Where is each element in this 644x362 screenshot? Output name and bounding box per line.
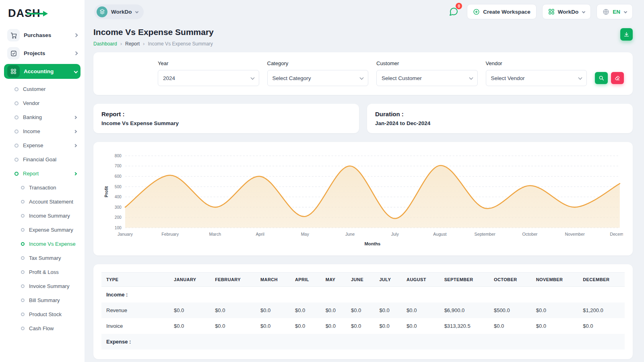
sidebar-item-label: Bill Summary bbox=[29, 297, 60, 303]
breadcrumb-report[interactable]: Report bbox=[125, 41, 140, 47]
filter-card: Year 2024 Category Select Category Custo… bbox=[93, 52, 633, 95]
cell-value: $6,900.0 bbox=[440, 302, 489, 318]
circle-bullet-icon bbox=[21, 327, 25, 330]
globe-icon bbox=[603, 8, 609, 15]
breadcrumb-separator: › bbox=[120, 41, 122, 47]
svg-text:400: 400 bbox=[115, 195, 122, 199]
reset-filter-button[interactable] bbox=[611, 72, 624, 84]
sidebar-item-projects[interactable]: Projects bbox=[4, 46, 80, 61]
year-select[interactable]: 2024 bbox=[158, 70, 259, 86]
col-header-june: JUNE bbox=[346, 273, 375, 287]
sidebar-item-income[interactable]: Income bbox=[4, 124, 80, 138]
circle-bullet-icon bbox=[14, 115, 19, 119]
chevron-down-icon bbox=[74, 70, 78, 74]
sidebar-item-label: Report bbox=[23, 171, 39, 177]
sidebar-item-income-summary[interactable]: Income Summary bbox=[4, 209, 80, 223]
svg-text:December: December bbox=[610, 232, 623, 237]
circle-bullet-icon bbox=[21, 298, 25, 302]
circle-bullet-icon bbox=[21, 284, 25, 288]
svg-text:March: March bbox=[209, 232, 221, 237]
sidebar-item-label: Transaction bbox=[29, 185, 56, 191]
sidebar-item-account-statement[interactable]: Account Statement bbox=[4, 195, 80, 209]
cell-value: $0.0 bbox=[321, 302, 346, 318]
customer-select[interactable]: Select Customer bbox=[376, 70, 478, 86]
sidebar-item-invoice-summary[interactable]: Invoice Summary bbox=[4, 279, 80, 293]
workspace-selector[interactable]: WorkDo bbox=[94, 4, 144, 19]
app-logo[interactable]: DASH bbox=[4, 5, 80, 28]
category-label: Category bbox=[267, 60, 369, 66]
sidebar-item-label: Income bbox=[23, 128, 40, 134]
breadcrumb-dashboard[interactable]: Dashboard bbox=[93, 41, 117, 47]
cell-value: $0.0 bbox=[256, 318, 290, 334]
sidebar-item-tax-summary[interactable]: Tax Summary bbox=[4, 251, 80, 265]
cell-value: $0.0 bbox=[402, 318, 440, 334]
cell-value: $0.0 bbox=[531, 318, 578, 334]
sidebar-item-banking[interactable]: Banking bbox=[4, 110, 80, 124]
messages-button[interactable]: 0 bbox=[446, 4, 461, 19]
sidebar-item-product-stock[interactable]: Product Stock bbox=[4, 307, 80, 321]
col-header-april: APRIL bbox=[290, 273, 321, 287]
breadcrumb-separator: › bbox=[143, 41, 144, 47]
duration-value: Jan-2024 to Dec-2024 bbox=[375, 120, 625, 126]
chevron-right-icon bbox=[74, 51, 78, 56]
cell-value: $0.0 bbox=[531, 302, 578, 318]
sidebar-item-financial-goal[interactable]: Financial Goal bbox=[4, 152, 80, 167]
income-expense-table: TYPEJANUARYFEBRUARYMARCHAPRILMAYJUNEJULY… bbox=[101, 272, 625, 350]
sidebar-item-accounting[interactable]: Accounting bbox=[4, 64, 80, 79]
report-label: Report : bbox=[101, 111, 351, 117]
sidebar-item-label: Financial Goal bbox=[23, 156, 56, 162]
sidebar-item-transaction[interactable]: Transaction bbox=[4, 181, 80, 195]
chevron-right-icon bbox=[74, 144, 77, 147]
sidebar-item-cash-flow[interactable]: Cash Flow bbox=[4, 321, 80, 335]
svg-text:February: February bbox=[161, 232, 179, 237]
page-title: Income Vs Expense Summary bbox=[93, 27, 214, 37]
circle-bullet-icon bbox=[14, 130, 19, 134]
cell-value: $0.0 bbox=[374, 302, 402, 318]
category-select[interactable]: Select Category bbox=[267, 70, 369, 86]
vendor-select[interactable]: Select Vendor bbox=[486, 70, 587, 86]
svg-text:October: October bbox=[522, 232, 537, 237]
circle-bullet-icon bbox=[14, 158, 19, 162]
sidebar-item-label: Tax Summary bbox=[29, 255, 61, 261]
circle-bullet-icon bbox=[14, 101, 19, 105]
chevron-down-icon bbox=[135, 10, 138, 13]
create-workspace-button[interactable]: Create Workspace bbox=[467, 4, 537, 19]
chevron-down-icon bbox=[582, 10, 585, 13]
circle-bullet-icon bbox=[21, 200, 25, 204]
chevron-right-icon bbox=[74, 33, 78, 37]
vendor-label: Vendor bbox=[486, 60, 587, 66]
circle-bullet-icon bbox=[14, 87, 19, 91]
table-row: Invoice$0.0$0.0$0.0$0.0$0.0$0.0$0.0$0.0$… bbox=[101, 318, 625, 334]
sidebar-item-expense[interactable]: Expense bbox=[4, 138, 80, 152]
circle-bullet-icon bbox=[21, 313, 25, 316]
svg-text:100: 100 bbox=[115, 226, 122, 230]
sidebar-item-income-vs-expense[interactable]: Income Vs Expense bbox=[4, 237, 80, 251]
duration-label: Duration : bbox=[375, 111, 625, 117]
download-button[interactable] bbox=[620, 28, 633, 41]
sidebar-item-vendor[interactable]: Vendor bbox=[4, 96, 80, 110]
sidebar-item-label: Product Stock bbox=[29, 311, 62, 317]
sidebar-item-expense-summary[interactable]: Expense Summary bbox=[4, 223, 80, 237]
col-header-december: DECEMBER bbox=[578, 273, 625, 287]
breadcrumb: Dashboard › Report › Income Vs Expense S… bbox=[93, 41, 214, 47]
sidebar-item-profit-loss[interactable]: Profit & Loss bbox=[4, 265, 80, 279]
apply-filter-button[interactable] bbox=[595, 72, 608, 84]
app-switcher-button[interactable]: WorkDo bbox=[542, 4, 591, 19]
sidebar-item-label: Expense Summary bbox=[29, 227, 73, 233]
sidebar-item-bill-summary[interactable]: Bill Summary bbox=[4, 293, 80, 307]
app-switcher-label: WorkDo bbox=[558, 9, 579, 15]
sidebar-item-report[interactable]: Report bbox=[4, 167, 80, 181]
circle-bullet-icon bbox=[14, 144, 19, 148]
logo-arrow-icon bbox=[27, 11, 48, 16]
sidebar-item-customer[interactable]: Customer bbox=[4, 82, 80, 96]
search-icon bbox=[599, 75, 604, 81]
svg-text:Profit: Profit bbox=[104, 186, 109, 197]
sidebar-item-purchases[interactable]: Purchases bbox=[4, 28, 80, 43]
create-workspace-label: Create Workspace bbox=[483, 9, 530, 15]
cell-value: $1,200.0 bbox=[578, 302, 625, 318]
svg-text:600: 600 bbox=[115, 174, 122, 179]
table-header-row: TYPEJANUARYFEBRUARYMARCHAPRILMAYJUNEJULY… bbox=[101, 273, 625, 287]
col-header-september: SEPTEMBER bbox=[440, 273, 489, 287]
svg-text:September: September bbox=[475, 232, 496, 237]
language-selector[interactable]: EN bbox=[597, 4, 633, 19]
